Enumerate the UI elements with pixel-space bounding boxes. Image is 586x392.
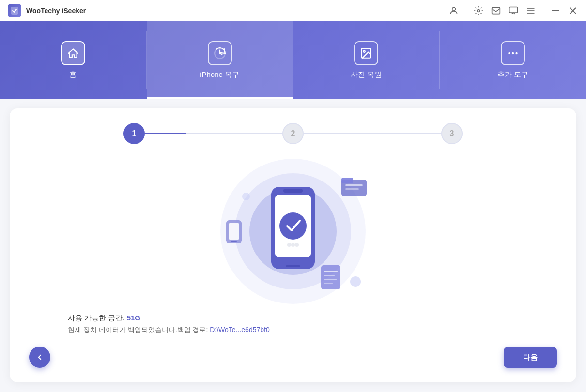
backup-info: 현재 장치 데이터가 백업되었습니다.백업 경로: D:\WoTe...e6d5… — [68, 326, 557, 334]
title-bar-right — [448, 5, 578, 16]
svg-rect-29 — [229, 223, 239, 240]
step-line-1 — [145, 133, 282, 134]
svg-rect-3 — [492, 7, 500, 14]
space-value: 51G — [127, 314, 140, 322]
svg-point-23 — [295, 243, 299, 247]
backup-path-link[interactable]: D:\WoTe...e6d57bf0 — [210, 326, 269, 333]
svg-rect-34 — [324, 279, 337, 280]
step-2: 2 — [282, 123, 304, 144]
content-card: 1 2 3 — [10, 108, 576, 382]
title-bar-left: WooTechy iSeeker — [8, 4, 86, 17]
svg-rect-32 — [324, 271, 338, 272]
small-phone-icon — [225, 219, 243, 243]
space-label: 사용 가능한 공간: — [68, 314, 125, 322]
svg-rect-18 — [283, 189, 303, 193]
svg-point-12 — [364, 50, 365, 52]
step-3: 3 — [441, 123, 463, 144]
svg-point-14 — [512, 52, 514, 54]
photo-recovery-icon-box — [354, 41, 378, 65]
nav-bar: 홈 iPhone 복구 사진 복원 추가 도구 — [0, 21, 586, 99]
svg-rect-25 — [341, 178, 353, 183]
svg-rect-35 — [324, 283, 333, 284]
document-icon — [320, 264, 341, 289]
iphone-recovery-icon-box — [208, 41, 232, 65]
bubble-1 — [350, 276, 361, 287]
svg-rect-26 — [345, 184, 363, 186]
svg-point-20 — [279, 212, 307, 240]
settings-icon[interactable] — [473, 5, 484, 16]
nav-item-photo-recovery[interactable]: 사진 복원 — [293, 21, 440, 99]
step-1: 1 — [123, 123, 145, 144]
svg-point-13 — [508, 52, 510, 54]
backup-text: 현재 장치 데이터가 백업되었습니다.백업 경로: — [68, 326, 208, 333]
svg-rect-8 — [552, 10, 559, 11]
next-button[interactable]: 다음 — [504, 347, 557, 368]
step-progress: 1 2 3 — [123, 123, 463, 144]
space-info: 사용 가능한 공간: 51G — [68, 314, 557, 323]
nav-iphone-recovery-label: iPhone 복구 — [200, 70, 239, 79]
app-title-text: WooTechy iSeeker — [26, 7, 86, 15]
bottom-bar: 다음 — [29, 347, 557, 368]
svg-rect-19 — [286, 265, 300, 267]
svg-rect-30 — [231, 241, 237, 242]
svg-rect-4 — [509, 7, 518, 13]
folder-icon — [341, 176, 366, 195]
info-section: 사용 가능한 공간: 51G 현재 장치 데이터가 백업되었습니다.백업 경로:… — [29, 309, 557, 334]
svg-rect-0 — [11, 7, 18, 15]
svg-rect-33 — [324, 275, 335, 276]
phone-illustration — [262, 182, 324, 281]
nav-extra-tools-label: 추가 도구 — [497, 70, 528, 79]
home-icon-box — [61, 41, 85, 65]
svg-point-2 — [478, 9, 480, 12]
extra-tools-icon-box — [501, 41, 525, 65]
illustration — [216, 154, 370, 309]
app-logo — [8, 4, 21, 17]
nav-item-iphone-recovery[interactable]: iPhone 복구 — [147, 21, 293, 99]
back-button[interactable] — [29, 347, 50, 368]
menu-icon[interactable] — [525, 5, 536, 16]
svg-rect-27 — [345, 188, 359, 190]
svg-rect-31 — [321, 265, 340, 289]
mail-icon[interactable] — [491, 5, 501, 16]
step-line-2 — [304, 133, 441, 134]
svg-point-22 — [291, 243, 295, 247]
nav-item-extra-tools[interactable]: 추가 도구 — [440, 21, 586, 99]
bubble-2 — [242, 193, 250, 200]
divider-2 — [543, 7, 543, 15]
chat-icon[interactable] — [508, 5, 519, 16]
divider-1 — [466, 7, 466, 15]
nav-item-home[interactable]: 홈 — [0, 21, 146, 99]
nav-photo-recovery-label: 사진 복원 — [351, 70, 382, 79]
close-button[interactable] — [568, 5, 578, 16]
title-bar: WooTechy iSeeker — [0, 0, 586, 21]
svg-point-21 — [287, 243, 291, 247]
svg-point-1 — [452, 7, 456, 11]
nav-home-label: 홈 — [69, 70, 77, 79]
main-content: 1 2 3 — [0, 99, 586, 392]
svg-point-15 — [516, 52, 518, 54]
minimize-button[interactable] — [550, 5, 561, 16]
user-icon[interactable] — [448, 5, 459, 16]
